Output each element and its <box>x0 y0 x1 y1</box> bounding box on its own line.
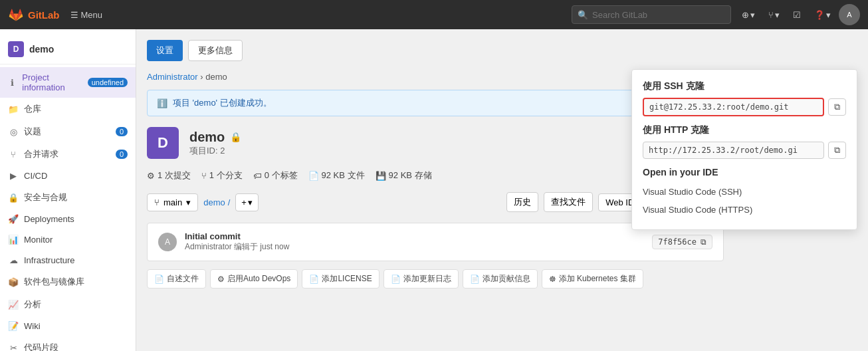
sidebar-label-analytics: 分析 <box>24 298 41 310</box>
plus-icon: ⊕ <box>742 10 749 20</box>
shortcut-button[interactable]: 📄添加贡献信息 <box>463 269 538 289</box>
sidebar-label-packages: 软件包与镜像库 <box>24 276 84 288</box>
sidebar-item-analytics[interactable]: 📈 分析 <box>0 293 136 316</box>
stat-item: 📄92 KB 文件 <box>308 170 365 181</box>
create-button[interactable]: ⊕ ▾ <box>736 7 760 23</box>
help-icon: ❓ <box>814 10 825 20</box>
shortcut-button[interactable]: 📄自述文件 <box>147 269 206 289</box>
branch-icon: ⑂ <box>154 197 160 207</box>
stat-icon: ⚙ <box>147 171 155 181</box>
sidebar-item-wiki[interactable]: 📝 Wiki <box>0 316 136 336</box>
chevron-icon2: ▾ <box>775 10 780 20</box>
sidebar-icon-packages: 📦 <box>8 277 19 287</box>
sidebar-project-header: D demo <box>0 35 136 64</box>
path-sep: / <box>228 197 231 207</box>
branch-name: main <box>163 197 182 207</box>
shortcut-icon: 📄 <box>391 275 401 284</box>
menu-button[interactable]: ☰ Menu <box>65 7 108 23</box>
settings-button[interactable]: 设置 <box>147 40 183 61</box>
shortcut-button[interactable]: 📄添加LICENSE <box>302 269 379 289</box>
commit-title[interactable]: Initial commit <box>185 231 644 241</box>
sidebar-icon-analytics: 📈 <box>8 300 19 310</box>
shortcut-icon: 📄 <box>309 275 319 284</box>
sidebar-items: ℹ Project information undefined 📁 仓库 ◎ 议… <box>0 67 136 351</box>
sidebar-item-packages[interactable]: 📦 软件包与镜像库 <box>0 271 136 293</box>
copy-http-button[interactable]: ⧉ <box>828 142 846 159</box>
path-repo[interactable]: demo <box>203 197 225 207</box>
commit-author: Administrator <box>185 242 232 251</box>
admin-avatar[interactable]: A <box>839 4 860 25</box>
chevron-icon3: ▾ <box>826 10 831 20</box>
stat-item: 💾92 KB 存储 <box>376 170 432 181</box>
sidebar-item-monitor[interactable]: 📊 Monitor <box>0 229 136 250</box>
sidebar-label-wiki: Wiki <box>24 321 41 331</box>
hamburger-icon: ☰ <box>70 10 78 20</box>
sidebar-icon-project-info: ℹ <box>8 78 17 88</box>
stat-item: 🏷0 个标签 <box>253 170 298 181</box>
commit-time: 编辑于 just now <box>234 242 289 251</box>
ssh-url-input[interactable] <box>643 98 824 116</box>
sidebar-item-deployments[interactable]: 🚀 Deployments <box>0 209 136 229</box>
shortcut-button[interactable]: ☸添加 Kubernetes 集群 <box>542 269 643 289</box>
project-id: 项目ID: 2 <box>189 145 241 157</box>
sidebar-icon-infrastructure: ☁ <box>8 255 19 265</box>
open-ide-title: Open in your IDE <box>643 167 846 177</box>
sidebar-label-snippets: 代码片段 <box>24 342 58 351</box>
shortcut-button[interactable]: 📄添加更新日志 <box>383 269 459 289</box>
merge-icon: ⑂ <box>768 10 774 20</box>
sidebar-item-infrastructure[interactable]: ☁ Infrastructure <box>0 250 136 271</box>
sidebar-badge-merge-requests: 0 <box>116 150 128 159</box>
sidebar-item-project-info[interactable]: ℹ Project information undefined <box>0 67 136 98</box>
search-input[interactable] <box>592 10 725 20</box>
info-icon: ℹ️ <box>157 98 167 108</box>
project-icon-large: D <box>147 127 179 159</box>
sidebar-item-cicd[interactable]: ▶ CI/CD <box>0 166 136 186</box>
shortcut-button[interactable]: ⚙启用Auto DevOps <box>210 269 298 289</box>
sidebar-label-infrastructure: Infrastructure <box>24 255 75 265</box>
history-button[interactable]: 历史 <box>506 192 538 212</box>
avatar-initial: A <box>847 11 851 19</box>
sidebar-label-security: 安全与合规 <box>24 191 67 203</box>
breadcrumb-admin[interactable]: Administrator <box>147 72 198 82</box>
sidebar-item-snippets[interactable]: ✂ 代码片段 <box>0 336 136 351</box>
search-box[interactable]: 🔍 <box>572 5 731 24</box>
stat-icon: 💾 <box>376 171 386 181</box>
ide-option-1[interactable]: Visual Studio Code (HTTPS) <box>643 201 846 219</box>
ide-option-0[interactable]: Visual Studio Code (SSH) <box>643 183 846 201</box>
sidebar-item-issues[interactable]: ◎ 议题 0 <box>0 120 136 143</box>
add-file-button[interactable]: + ▾ <box>235 193 259 211</box>
branch-selector[interactable]: ⑂ main ▾ <box>147 193 198 211</box>
more-info-button[interactable]: 更多信息 <box>188 40 243 61</box>
merge-requests-nav[interactable]: ⑂ ▾ <box>763 7 785 23</box>
help-button[interactable]: ❓ ▾ <box>809 7 836 23</box>
ssh-title: 使用 SSH 克隆 <box>643 80 846 92</box>
project-avatar: D <box>8 41 24 57</box>
project-title: demo 🔒 <box>189 130 241 145</box>
sidebar-item-repository[interactable]: 📁 仓库 <box>0 98 136 120</box>
copy-ssh-button[interactable]: ⧉ <box>828 98 846 116</box>
sidebar-icon-merge-requests: ⑂ <box>8 150 19 160</box>
http-url-input[interactable] <box>643 142 824 159</box>
stat-value: 1 次提交 <box>158 170 191 181</box>
gitlab-brand: GitLab <box>28 9 60 21</box>
check-icon: ☑ <box>793 10 801 20</box>
commit-hash[interactable]: 7f8f56ce ⧉ <box>652 235 712 249</box>
breadcrumb-project: demo <box>205 72 227 82</box>
stat-icon: 📄 <box>308 171 319 181</box>
menu-label: Menu <box>81 10 103 20</box>
clone-dropdown: 使用 SSH 克隆 ⧉ 使用 HTTP 克隆 ⧉ Open in your ID… <box>631 69 857 230</box>
action-bar: 设置 更多信息 <box>147 40 724 61</box>
gitlab-logo[interactable]: GitLab <box>8 7 60 23</box>
layout: D demo ℹ Project information undefined 📁… <box>0 29 868 351</box>
sidebar-item-merge-requests[interactable]: ⑂ 合并请求 0 <box>0 143 136 166</box>
shortcut-icon: 📄 <box>154 275 164 284</box>
sidebar-label-deployments: Deployments <box>24 214 74 224</box>
shortcut-label: 添加LICENSE <box>322 273 372 285</box>
todo-button[interactable]: ☑ <box>788 7 806 23</box>
shortcut-icon: ☸ <box>549 275 556 284</box>
sidebar-item-security[interactable]: 🔒 安全与合规 <box>0 186 136 209</box>
find-file-button[interactable]: 查找文件 <box>544 192 593 212</box>
shortcut-label: 添加贡献信息 <box>483 273 530 285</box>
sidebar-icon-security: 🔒 <box>8 193 19 203</box>
copy-hash-icon[interactable]: ⧉ <box>701 237 706 247</box>
